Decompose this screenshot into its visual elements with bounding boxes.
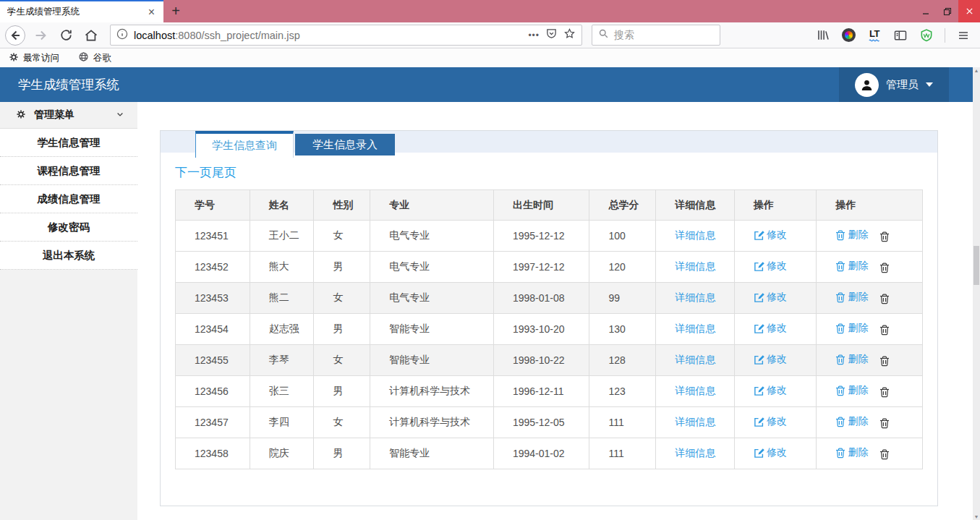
browser-tab[interactable]: 学生成绩管理系统 × [0,0,163,22]
new-tab-button[interactable]: + [163,0,188,22]
detail-link[interactable]: 详细信息 [675,354,715,367]
caret-down-icon [926,82,933,87]
edit-link[interactable]: 修改 [754,229,787,242]
window-close-button[interactable] [958,0,980,22]
scroll-down-icon[interactable]: ▼ [973,514,980,519]
cell-credits: 123 [589,376,656,407]
search-placeholder: 搜索 [614,29,634,42]
search-bar[interactable]: 搜索 [592,25,720,46]
cell-edit: 修改 [734,283,817,314]
tab-1[interactable]: 学生信息录入 [295,134,395,155]
edit-link[interactable]: 修改 [754,353,787,366]
detail-link[interactable]: 详细信息 [675,447,715,460]
window-restore-button[interactable] [937,0,958,22]
sidebar-item[interactable]: 修改密码 [0,213,137,242]
table-row: 123455李琴女智能专业1998-10-22128详细信息修改删除 [176,345,923,376]
languagetool-icon[interactable]: LT [865,26,884,45]
trash-icon[interactable] [879,418,890,429]
cell-birth: 1996-12-11 [493,376,589,407]
pocket-shield-icon[interactable] [545,27,558,43]
trash-icon [835,292,845,303]
trash-icon[interactable] [879,449,890,460]
delete-link[interactable]: 删除 [835,415,868,428]
tab-close-icon[interactable]: × [145,6,158,19]
cell-delete: 删除 [817,252,923,283]
delete-link[interactable]: 删除 [835,291,868,304]
column-header: 学号 [176,190,250,221]
edit-icon [754,354,764,365]
cell-credits: 111 [589,438,656,469]
delete-link[interactable]: 删除 [835,260,868,273]
url-bar[interactable]: localhost:8080/ssh_project/main.jsp ••• [110,25,582,46]
table-row: 123457李四女计算机科学与技术1995-12-05111详细信息修改删除 [176,407,923,438]
edit-link[interactable]: 修改 [754,322,787,335]
user-menu[interactable]: 管理员 [839,67,949,102]
edit-link[interactable]: 修改 [754,446,787,459]
back-icon[interactable] [4,25,26,46]
trash-icon[interactable] [879,263,890,273]
user-name: 管理员 [886,78,919,92]
sidebar-menu-items: 学生信息管理课程信息管理成绩信息管理修改密码退出本系统 [0,129,137,270]
info-icon[interactable] [116,28,128,43]
tab-0[interactable]: 学生信息查询 [195,131,294,158]
detail-link[interactable]: 详细信息 [675,260,715,273]
main-content: 学生信息查询学生信息录入 下一页尾页 学号姓名性别专业出生时间总学分详细信息操作… [137,102,973,520]
bookmark-most-visited[interactable]: 最常访问 [9,52,59,64]
pagination-link[interactable]: 下一页 [175,166,212,179]
edit-icon [754,385,764,396]
column-header: 总学分 [589,190,656,221]
pagination: 下一页尾页 [175,164,923,181]
trash-icon[interactable] [879,294,890,304]
sidebar-item[interactable]: 课程信息管理 [0,157,137,185]
sidebar-item[interactable]: 学生信息管理 [0,129,137,157]
trash-icon[interactable] [879,356,890,367]
reload-icon[interactable] [55,25,77,46]
edit-link[interactable]: 修改 [754,415,787,428]
cell-name: 李琴 [250,345,314,376]
trash-icon[interactable] [879,325,890,336]
bookmark-star-icon[interactable] [563,27,576,43]
firefox-window: 学生成绩管理系统 × + [0,0,980,520]
edit-link[interactable]: 修改 [754,291,787,304]
forward-icon[interactable] [30,25,51,46]
cell-detail: 详细信息 [656,376,735,407]
trash-icon[interactable] [879,387,890,398]
wappalyzer-icon[interactable] [917,26,936,45]
detail-link[interactable]: 详细信息 [675,385,715,398]
sidebar-menu-header[interactable]: 管理菜单 [0,102,137,129]
theme-circle-icon[interactable] [839,26,858,45]
edit-link[interactable]: 修改 [754,384,787,397]
home-icon[interactable] [80,25,102,46]
pagination-link[interactable]: 尾页 [212,166,237,179]
detail-link[interactable]: 详细信息 [675,416,715,429]
detail-link[interactable]: 详细信息 [675,229,715,242]
window-minimize-button[interactable] [915,0,937,22]
sidebar-toggle-icon[interactable] [891,26,910,45]
page-actions-icon[interactable]: ••• [528,30,540,41]
delete-link[interactable]: 删除 [835,322,868,335]
cell-edit: 修改 [734,252,817,283]
page-scrollbar[interactable]: ▲ ▼ [973,67,980,520]
detail-link[interactable]: 详细信息 [675,291,715,304]
delete-link[interactable]: 删除 [835,446,868,459]
trash-icon[interactable] [879,231,890,242]
sidebar-item[interactable]: 成绩信息管理 [0,185,137,213]
cell-birth: 1998-01-08 [493,283,589,314]
cell-delete: 删除 [817,438,923,469]
scrollbar-thumb[interactable] [973,246,979,285]
delete-link[interactable]: 删除 [835,353,868,366]
edit-link[interactable]: 修改 [754,260,787,273]
edit-icon [754,448,764,459]
table-row: 123452熊大男电气专业1997-12-12120详细信息修改删除 [176,252,923,283]
delete-link[interactable]: 删除 [835,384,868,397]
delete-link[interactable]: 删除 [835,229,868,242]
scroll-up-icon[interactable]: ▲ [973,68,980,73]
url-text: localhost:8080/ssh_project/main.jsp [134,30,522,41]
search-icon [598,28,609,42]
sidebar-item[interactable]: 退出本系统 [0,242,137,270]
cell-id: 123458 [176,438,250,469]
detail-link[interactable]: 详细信息 [675,323,715,336]
bookmark-google[interactable]: 谷歌 [78,51,111,64]
menu-icon[interactable] [954,26,973,45]
library-icon[interactable] [813,26,832,45]
